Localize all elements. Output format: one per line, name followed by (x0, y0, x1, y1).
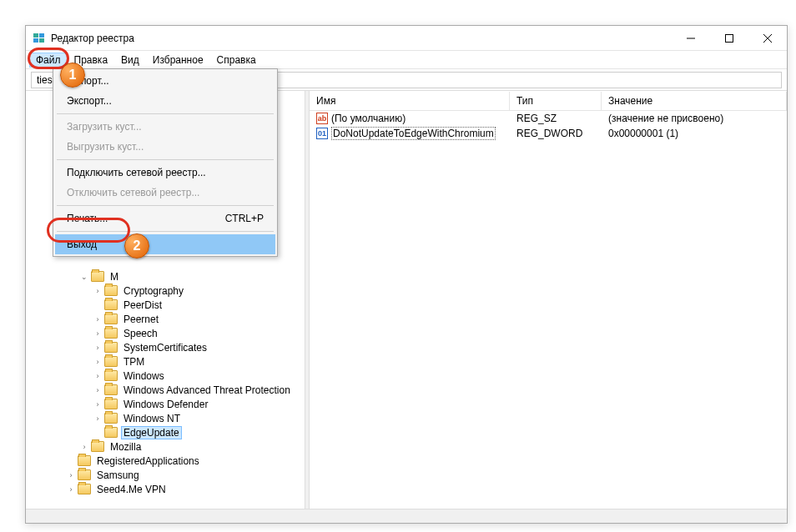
value-name: (По умолчанию) (331, 113, 406, 124)
folder-icon (104, 413, 118, 424)
expand-icon[interactable]: › (93, 343, 103, 353)
expand-icon[interactable]: › (93, 414, 103, 424)
tree-node[interactable]: ›Windows Advanced Threat Protection (93, 383, 305, 397)
column-data[interactable]: Значение (602, 92, 787, 110)
folder-icon (91, 441, 104, 452)
tree-node[interactable]: ›TPM (93, 354, 305, 369)
svg-rect-3 (39, 38, 44, 43)
tree-node-label: Seed4.Me VPN (94, 484, 169, 495)
folder-icon (104, 328, 118, 339)
maximize-button[interactable] (710, 26, 748, 51)
blank-icon (66, 456, 76, 466)
expand-icon[interactable]: › (93, 371, 103, 381)
folder-icon (104, 384, 118, 395)
menu-item-load-hive: Загрузить куст... (55, 117, 275, 137)
folder-icon (104, 342, 118, 353)
tree-node[interactable]: RegisteredApplications (66, 454, 305, 468)
menu-item-connect-network[interactable]: Подключить сетевой реестр... (55, 163, 275, 183)
tree-node-mozilla[interactable]: › Mozilla (79, 439, 305, 454)
tree-node-label: Windows Advanced Threat Protection (121, 384, 293, 396)
menu-view[interactable]: Вид (114, 53, 146, 68)
tree-node[interactable]: ›Windows Defender (93, 397, 305, 411)
value-row[interactable]: ab(По умолчанию)REG_SZ(значение не присв… (310, 111, 787, 126)
column-name[interactable]: Имя (310, 92, 510, 110)
folder-icon (78, 455, 91, 466)
expand-icon[interactable]: › (66, 484, 76, 494)
minimize-button[interactable] (672, 26, 710, 51)
tree-node[interactable]: ›Peernet (93, 312, 305, 326)
registry-tree: ⌄ M ›CryptographyPeerDist›Peernet›Speech… (29, 269, 305, 496)
folder-icon (78, 484, 91, 494)
expand-icon[interactable]: › (93, 357, 103, 367)
menu-file[interactable]: Файл (29, 53, 68, 68)
tree-node-label: EdgeUpdate (121, 426, 182, 439)
menu-item-import[interactable]: Импорт... (55, 71, 275, 91)
expand-icon[interactable]: › (79, 442, 89, 452)
menu-separator (57, 205, 274, 206)
svg-rect-1 (39, 33, 44, 38)
badge-1: 1 (60, 63, 85, 88)
tree-node-label: SystemCertificates (121, 342, 209, 354)
blank-icon (93, 428, 103, 438)
horizontal-scrollbar[interactable] (26, 509, 787, 523)
tree-node[interactable]: ›SystemCertificates (93, 340, 305, 354)
close-button[interactable] (748, 26, 787, 51)
tree-node[interactable]: ›Windows (93, 369, 305, 383)
collapse-icon[interactable]: ⌄ (79, 272, 89, 282)
tree-node[interactable]: ›Windows NT (93, 411, 305, 425)
menu-item-exit[interactable]: Выход (55, 234, 275, 254)
value-name: DoNotUpdateToEdgeWithChromium (331, 127, 496, 140)
dword-value-icon: 01 (316, 128, 328, 139)
list-rows: ab(По умолчанию)REG_SZ(значение не присв… (310, 111, 787, 141)
expand-icon[interactable]: › (93, 329, 103, 339)
tree-node[interactable]: ›Speech (93, 326, 305, 340)
folder-icon (104, 356, 118, 367)
tree-node-label: Windows NT (121, 413, 183, 424)
folder-icon (104, 399, 118, 409)
file-menu-dropdown: Импорт... Экспорт... Загрузить куст... В… (53, 68, 278, 257)
value-type: REG_DWORD (510, 127, 602, 140)
tree-node-microsoft[interactable]: ⌄ M (79, 269, 305, 284)
tree-node[interactable]: ›Samsung (66, 468, 305, 482)
column-type[interactable]: Тип (510, 92, 602, 110)
tree-node-label: RegisteredApplications (94, 455, 202, 467)
expand-icon[interactable]: › (93, 286, 103, 296)
svg-rect-2 (33, 38, 38, 43)
list-pane: Имя Тип Значение ab(По умолчанию)REG_SZ(… (310, 91, 787, 509)
expand-icon[interactable]: › (93, 314, 103, 324)
expand-icon[interactable]: › (93, 385, 103, 395)
folder-icon (104, 299, 118, 310)
app-icon (33, 32, 46, 45)
tree-node[interactable]: ›Cryptography (93, 284, 305, 298)
tree-node[interactable]: EdgeUpdate (93, 425, 305, 439)
menu-help[interactable]: Справка (210, 53, 263, 68)
badge-2: 2 (124, 233, 149, 258)
folder-icon (104, 285, 118, 296)
tree-node-label: TPM (121, 356, 147, 368)
menu-separator (57, 113, 274, 114)
blank-icon (93, 300, 103, 310)
menu-item-export[interactable]: Экспорт... (55, 91, 275, 111)
svg-rect-0 (33, 33, 38, 38)
value-type: REG_SZ (510, 112, 602, 125)
folder-icon (78, 469, 91, 480)
svg-rect-5 (726, 34, 733, 42)
expand-icon[interactable]: › (93, 399, 103, 409)
string-value-icon: ab (316, 113, 328, 124)
tree-node-label: Windows Defender (121, 399, 210, 410)
menu-separator (57, 231, 274, 232)
tree-node[interactable]: ›Seed4.Me VPN (66, 482, 305, 496)
expand-icon[interactable]: › (66, 470, 76, 480)
list-header: Имя Тип Значение (310, 91, 787, 111)
tree-node-label: Speech (121, 328, 160, 339)
tree-node-label: Peernet (121, 314, 161, 325)
tree-node-label: PeerDist (121, 299, 164, 311)
titlebar: Редактор реестра (26, 26, 787, 51)
value-row[interactable]: 01DoNotUpdateToEdgeWithChromiumREG_DWORD… (310, 126, 787, 141)
folder-icon (104, 427, 118, 438)
value-data: 0x00000001 (1) (602, 127, 787, 140)
tree-node[interactable]: PeerDist (93, 298, 305, 312)
menu-item-print[interactable]: Печать...CTRL+P (55, 208, 275, 228)
menu-favorites[interactable]: Избранное (146, 53, 210, 68)
menubar: Файл Правка Вид Избранное Справка (26, 51, 787, 69)
